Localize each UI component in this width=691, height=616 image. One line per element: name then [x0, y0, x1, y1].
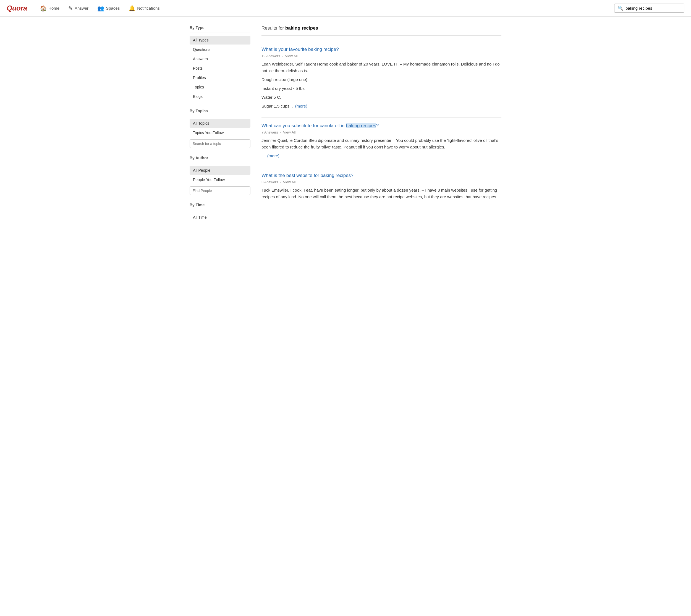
search-icon: 🔍: [618, 5, 623, 11]
result-meta-2: 7 Answers · View All: [262, 130, 501, 134]
result-body-3: Tuck Emswiler, I cook, I eat, have been …: [262, 187, 501, 200]
result-answer-count-1: 19 Answers: [262, 54, 280, 58]
result-body-p3: Instant dry yeast - 5 tbs: [262, 85, 501, 92]
results-prefix: Results for: [262, 25, 284, 31]
sidebar-item-profiles[interactable]: Profiles: [190, 73, 250, 82]
highlight-2: baking recipes: [346, 123, 376, 128]
answer-icon: ✎: [68, 5, 73, 12]
search-bar: 🔍: [614, 4, 684, 13]
result-answer-count-2: 7 Answers: [262, 130, 278, 134]
by-type-divider: [190, 32, 250, 33]
result-body-2-p1: Jennifer Quail, le Cordon Bleu diplomate…: [262, 137, 501, 150]
nav-notifications[interactable]: 🔔 Notifications: [125, 3, 164, 14]
result-view-all-2[interactable]: View All: [283, 130, 295, 134]
result-body-3-p1: Tuck Emswiler, I cook, I eat, have been …: [262, 187, 501, 200]
by-topics-title: By Topics: [190, 109, 250, 113]
home-icon: 🏠: [40, 5, 47, 12]
result-meta-3: 3 Answers · View All: [262, 180, 501, 184]
result-item-2: What can you substitute for canola oil i…: [262, 117, 501, 167]
nav-home[interactable]: 🏠 Home: [36, 3, 63, 14]
by-time-divider: [190, 210, 250, 210]
nav-answer[interactable]: ✎ Answer: [64, 3, 92, 14]
sidebar-item-all-types[interactable]: All Types: [190, 36, 250, 45]
topic-search-input[interactable]: [190, 139, 250, 148]
by-author-title: By Author: [190, 156, 250, 160]
main-content: Results for baking recipes What is your …: [262, 25, 501, 222]
result-answer-count-3: 3 Answers: [262, 180, 278, 184]
sidebar-item-topics-you-follow[interactable]: Topics You Follow: [190, 128, 250, 137]
result-body-2: Jennifer Quail, le Cordon Bleu diplomate…: [262, 137, 501, 159]
result-title-1[interactable]: What is your favourite baking recipe?: [262, 47, 501, 52]
nav-home-label: Home: [48, 6, 60, 10]
result-view-all-3[interactable]: View All: [283, 180, 295, 184]
nav-items: 🏠 Home ✎ Answer 👥 Spaces 🔔 Notifications: [36, 3, 614, 14]
sidebar: By Type All Types Questions Answers Post…: [190, 25, 250, 222]
by-topics-divider: [190, 116, 250, 116]
results-query: baking recipes: [285, 25, 318, 31]
result-more-1[interactable]: (more): [295, 104, 307, 108]
spaces-icon: 👥: [97, 5, 104, 12]
result-view-all-1[interactable]: View All: [285, 54, 297, 58]
nav-notifications-label: Notifications: [137, 6, 160, 10]
nav-spaces-label: Spaces: [106, 6, 120, 10]
results-header: Results for baking recipes: [262, 25, 501, 36]
result-more-2[interactable]: (more): [267, 153, 280, 158]
navbar: Quora 🏠 Home ✎ Answer 👥 Spaces 🔔 Notific…: [0, 0, 691, 17]
result-meta-1: 19 Answers · View All: [262, 54, 501, 58]
result-body-2-p2: ... (more): [262, 153, 501, 159]
result-title-3[interactable]: What is the best website for baking reci…: [262, 173, 501, 178]
by-time-title: By Time: [190, 203, 250, 207]
sidebar-item-blogs[interactable]: Blogs: [190, 92, 250, 101]
notifications-icon: 🔔: [129, 5, 135, 12]
sidebar-item-all-people[interactable]: All People: [190, 166, 250, 175]
sidebar-item-topics[interactable]: Topics: [190, 83, 250, 91]
sidebar-item-all-topics[interactable]: All Topics: [190, 119, 250, 128]
result-body-p2: Dough recipe (large one): [262, 76, 501, 83]
result-title-2[interactable]: What can you substitute for canola oil i…: [262, 123, 501, 129]
result-item-3: What is the best website for baking reci…: [262, 167, 501, 208]
by-type-title: By Type: [190, 25, 250, 30]
page-layout: By Type All Types Questions Answers Post…: [185, 17, 506, 231]
sidebar-item-answers[interactable]: Answers: [190, 54, 250, 63]
result-body-p1: Leah Weinberger, Self Taught Home cook a…: [262, 61, 501, 74]
result-body-p5: Sugar 1.5 cups... (more): [262, 103, 501, 109]
result-item-1: What is your favourite baking recipe? 19…: [262, 41, 501, 117]
result-body-1: Leah Weinberger, Self Taught Home cook a…: [262, 61, 501, 109]
quora-logo[interactable]: Quora: [7, 4, 27, 13]
search-input[interactable]: [625, 6, 681, 10]
sidebar-item-all-time[interactable]: All Time: [190, 213, 250, 222]
sidebar-item-people-you-follow[interactable]: People You Follow: [190, 175, 250, 184]
sidebar-item-posts[interactable]: Posts: [190, 64, 250, 73]
result-body-p4: Water 5 C.: [262, 94, 501, 101]
nav-answer-label: Answer: [75, 6, 88, 10]
nav-spaces[interactable]: 👥 Spaces: [93, 3, 124, 14]
sidebar-item-questions[interactable]: Questions: [190, 45, 250, 54]
people-search-input[interactable]: [190, 186, 250, 195]
by-author-divider: [190, 163, 250, 163]
